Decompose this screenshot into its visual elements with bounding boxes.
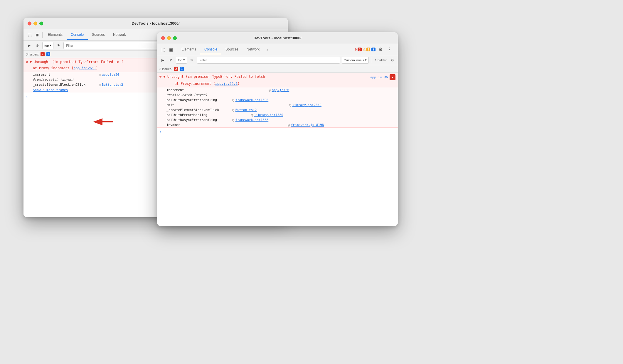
custom-levels-arrow-front: ▾ bbox=[365, 58, 367, 62]
stack-func-3-front: emit bbox=[166, 103, 231, 107]
stack-row-6-front: callWithAsyncErrorHandling @ framework.j… bbox=[157, 117, 398, 122]
error-close-icon-front[interactable]: ✕ bbox=[390, 74, 395, 80]
context-selector-front[interactable]: top ▾ bbox=[176, 57, 187, 64]
play-icon-front[interactable]: ▶ bbox=[159, 57, 166, 63]
stack-at-6-front: @ bbox=[232, 118, 234, 122]
stop-icon-front[interactable]: ⊘ bbox=[168, 57, 174, 63]
more-tabs-icon-front[interactable]: » bbox=[264, 46, 271, 53]
info-badge-front: 2 bbox=[371, 48, 376, 51]
eye-icon-front[interactable]: 👁 bbox=[189, 57, 195, 63]
stack-row-5-front: callWithErrorHandling @ library.js:1580 bbox=[157, 112, 398, 117]
stack-row-7-front: invoker @ framework.js:8198 bbox=[157, 122, 398, 127]
more-btn-front[interactable]: ⋮ bbox=[385, 46, 393, 53]
stack-link-5-front[interactable]: library.js:1580 bbox=[254, 113, 283, 117]
stack-link-4-front[interactable]: Button.ts:2 bbox=[235, 108, 257, 112]
download-icon-front[interactable]: ⬇ bbox=[383, 74, 389, 80]
stack-link-2-back[interactable]: Button.ts:2 bbox=[102, 83, 123, 87]
tab-sources-back[interactable]: Sources bbox=[88, 30, 109, 40]
stack-link-2-front[interactable]: framework.js:1590 bbox=[235, 98, 269, 102]
prompt-icon-front: › bbox=[159, 130, 161, 134]
stack-at-sym-7-front: @ bbox=[288, 123, 290, 127]
error-sub-link-front[interactable]: app.js:26:1 bbox=[215, 82, 238, 86]
error-count-back: 2 bbox=[41, 52, 45, 56]
device-icon-back[interactable]: ▣ bbox=[33, 31, 41, 39]
cursor-icon-front[interactable]: ⬚ bbox=[159, 46, 167, 53]
divider-1-front bbox=[176, 47, 176, 53]
titlebar-back: DevTools - localhost:3000/ bbox=[23, 18, 288, 29]
stack-row-2-front: callWithAsyncErrorHandling @ framework.j… bbox=[157, 97, 398, 102]
gear-btn-front[interactable]: ⚙ bbox=[377, 46, 384, 53]
info-count-issues-front: 1 bbox=[180, 67, 184, 71]
stack-at-sym-5-front: @ bbox=[251, 113, 253, 117]
divider-1-back bbox=[42, 32, 43, 38]
close-button-back[interactable] bbox=[28, 21, 31, 25]
prompt-row-front: › bbox=[157, 128, 398, 136]
stack-at-2-front: @ bbox=[232, 98, 234, 102]
app-link-front[interactable]: app.js:26 bbox=[376, 74, 382, 80]
prompt-icon-back: › bbox=[26, 95, 28, 99]
context-selector-back[interactable]: top ▾ bbox=[42, 42, 53, 49]
header-badges-front: ⊗ 3 ⚠ 1 2 ⚙ ⋮ bbox=[354, 46, 395, 53]
minimize-button-back[interactable] bbox=[33, 21, 37, 25]
eye-icon-back[interactable]: 👁 bbox=[55, 42, 62, 49]
stack-at-0-back: @ bbox=[99, 73, 101, 77]
tab-console-front[interactable]: Console bbox=[200, 45, 221, 54]
issues-bar-front: 3 Issues: 2 1 bbox=[157, 65, 398, 73]
console-toolbar-front: ▶ ⊘ top ▾ 👁 Custom levels ▾ 1 hidden ⚙ bbox=[157, 55, 398, 65]
device-icon-front[interactable]: ▣ bbox=[167, 46, 175, 53]
error-sub-row-front: at Proxy.increment (app.js:26:1) bbox=[157, 81, 398, 87]
error-action-icons-front: app.js:26 ⬇ ✕ bbox=[376, 74, 395, 80]
tab-elements-back[interactable]: Elements bbox=[44, 30, 67, 40]
stack-link-7-front[interactable]: framework.js:8198 bbox=[291, 123, 324, 127]
error-badge-front: ⊗ 3 bbox=[354, 48, 362, 51]
stack-func-6-front: callWithAsyncErrorHandling bbox=[166, 118, 231, 122]
cursor-icon-back[interactable]: ⬚ bbox=[26, 31, 33, 39]
settings-icon-front[interactable]: ⚙ bbox=[389, 57, 395, 63]
titlebar-front: DevTools - localhost:3000/ bbox=[157, 32, 398, 44]
stack-at-4-front: @ bbox=[232, 108, 234, 112]
error-main-text-front: ▼ Uncaught (in promise) TypeError: Faile… bbox=[163, 74, 374, 79]
error-count-front: 3 bbox=[358, 48, 362, 51]
divider-console-front bbox=[372, 57, 372, 63]
traffic-lights-back bbox=[28, 21, 43, 25]
stack-func-5-front: callWithErrorHandling bbox=[166, 113, 231, 117]
close-button-front[interactable] bbox=[161, 36, 165, 40]
stack-at-sym-3-front: @ bbox=[289, 103, 291, 107]
devtools-window-front: DevTools - localhost:3000/ ⬚ ▣ Elements … bbox=[157, 32, 398, 226]
title-back: DevTools - localhost:3000/ bbox=[132, 21, 179, 26]
info-count-front: 2 bbox=[371, 48, 376, 51]
custom-levels-btn-front[interactable]: Custom levels ▾ bbox=[342, 57, 369, 64]
stack-link-6-front[interactable]: framework.js:1588 bbox=[235, 118, 269, 122]
error-main-row-front: ⊗ ▼ Uncaught (in promise) TypeError: Fai… bbox=[157, 73, 398, 81]
stack-link-0-front[interactable]: app.js:26 bbox=[272, 88, 289, 92]
error-circle-icon-front: ⊗ bbox=[159, 75, 161, 79]
maximize-button-front[interactable] bbox=[173, 36, 177, 40]
stack-func-1-back: Promise.catch (async) bbox=[33, 78, 97, 82]
tab-network-back[interactable]: Network bbox=[109, 30, 130, 40]
error-sub-text-front: at Proxy.increment (app.js:26:1) bbox=[166, 81, 395, 86]
filter-input-front[interactable] bbox=[197, 57, 340, 64]
tab-console-back[interactable]: Console bbox=[67, 30, 88, 40]
maximize-button-back[interactable] bbox=[39, 21, 43, 25]
stack-func-4-front: _createElementBlock.onClick bbox=[166, 108, 231, 112]
tab-sources-front[interactable]: Sources bbox=[221, 45, 243, 54]
stack-row-4-front: _createElementBlock.onClick @ Button.ts:… bbox=[157, 107, 398, 112]
context-label-front: top bbox=[178, 58, 182, 62]
stack-link-0-back[interactable]: app.js:26 bbox=[102, 73, 119, 77]
tab-elements-front[interactable]: Elements bbox=[177, 45, 200, 54]
warn-badge-front: ⚠ 1 bbox=[363, 48, 371, 51]
dropdown-arrow-front: ▾ bbox=[183, 58, 185, 62]
tab-network-front[interactable]: Network bbox=[243, 45, 264, 54]
info-badge-issues-front: 1 bbox=[180, 67, 184, 71]
warn-count-front: 1 bbox=[366, 48, 371, 51]
console-content-front: ⊗ ▼ Uncaught (in promise) TypeError: Fai… bbox=[157, 73, 398, 226]
stack-link-3-front[interactable]: library.js:2049 bbox=[292, 103, 321, 107]
play-icon-back[interactable]: ▶ bbox=[26, 42, 32, 49]
stack-at-sym-0-front: @ bbox=[269, 88, 271, 92]
stack-func-0-back: increment bbox=[33, 73, 97, 77]
stop-icon-back[interactable]: ⊘ bbox=[34, 42, 41, 49]
minimize-button-front[interactable] bbox=[167, 36, 171, 40]
error-sub-link-back[interactable]: app.js:26:1 bbox=[73, 66, 96, 70]
error-x-icon: ⊗ bbox=[354, 48, 357, 51]
title-front: DevTools - localhost:3000/ bbox=[253, 36, 301, 40]
